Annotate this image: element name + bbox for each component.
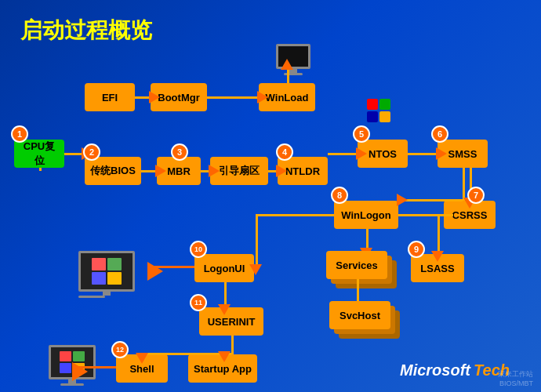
bios-box: 传统BIOS xyxy=(85,157,141,185)
services-box: Services xyxy=(326,251,387,279)
arrow-winload-monitor xyxy=(281,59,293,70)
efi-box: EFI xyxy=(85,83,135,111)
arrow-boot-ntldr xyxy=(276,165,287,177)
line-cpu-bios-v xyxy=(39,168,42,171)
step-8-circle: 8 xyxy=(331,187,348,204)
arrow-efi-bootmgr xyxy=(149,91,160,103)
step-5-circle: 5 xyxy=(353,125,370,143)
page-title: 启动过程概览 xyxy=(6,6,166,55)
arrow-winload-ntos xyxy=(356,147,367,160)
microsoft-text: Microsoft xyxy=(400,361,470,379)
step-7-circle: 7 xyxy=(467,187,485,204)
step-9-circle: 9 xyxy=(408,241,425,258)
logonui-box: LogonUI xyxy=(194,254,254,282)
step-12-circle: 12 xyxy=(111,341,129,358)
arrow-userinit-shell xyxy=(136,353,148,364)
step-3-circle: 3 xyxy=(171,143,188,161)
userinit-box: USERINIT xyxy=(199,307,263,336)
line-bootmgr-winload xyxy=(207,96,259,99)
watermark-text: 家来工作站BIOS/MBT xyxy=(498,369,533,387)
line-winlogon-logonui-h xyxy=(256,214,334,216)
line-ntos-smss xyxy=(408,153,438,155)
line-smss-winlogon-h xyxy=(398,199,463,201)
arrow-mbr-boot xyxy=(209,165,220,177)
step-10-circle: 10 xyxy=(190,241,207,258)
monitor-logon-icon xyxy=(78,251,135,298)
arrow-userinit-startup xyxy=(218,351,231,362)
line-efi-bootmgr xyxy=(135,96,151,99)
arrow-winlogon-lsass xyxy=(431,251,444,262)
arrow-bootmgr-winload xyxy=(257,91,268,103)
line-winlogon-lsass-h xyxy=(398,214,453,216)
winlogon-box: WinLogon xyxy=(334,201,398,229)
line-winlogon-logonui-v xyxy=(256,214,258,267)
arrow-ntos-smss xyxy=(436,147,447,160)
line-smss-v xyxy=(463,168,465,201)
line-shell-monitor xyxy=(74,366,116,368)
line-winload-monitor xyxy=(287,69,289,83)
arrow-smss-winlogon xyxy=(397,194,408,206)
step-1-circle: 1 xyxy=(11,125,28,143)
step-6-circle: 6 xyxy=(431,125,448,143)
arrow-winlogon-logonui xyxy=(249,264,262,275)
arrow-bios-mbr xyxy=(155,165,166,177)
line-bios-mbr xyxy=(141,170,157,172)
step-11-circle: 11 xyxy=(190,294,207,311)
line-winlogon-lsass-v xyxy=(438,214,440,254)
cpu-reset-box: CPU复位 xyxy=(14,140,64,168)
arrow-shell-monitor xyxy=(72,362,88,381)
step-4-circle: 4 xyxy=(276,143,293,161)
line-logonui-monitor xyxy=(149,266,194,268)
windows-logo-icon xyxy=(367,99,390,122)
arrow-logonui-userinit xyxy=(218,304,231,315)
svchost-box: SvcHost xyxy=(329,301,390,329)
line-winload-ntos xyxy=(328,153,358,155)
line-userinit-startup-v xyxy=(231,336,234,354)
arrow-logonui-monitor xyxy=(147,262,163,281)
step-2-circle: 2 xyxy=(83,143,100,161)
